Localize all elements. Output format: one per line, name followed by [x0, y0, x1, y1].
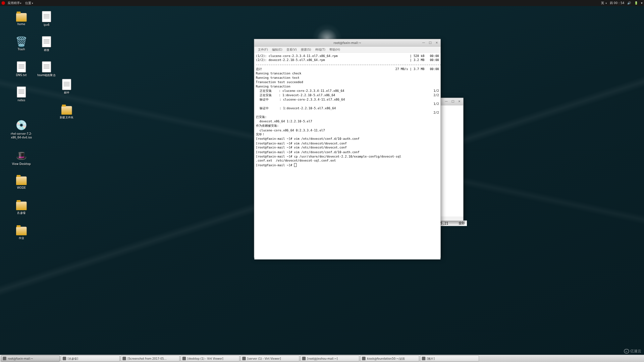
task-kiosk[interactable]: kiosk@foundation50:~/桌面 [360, 356, 419, 362]
folder-icon [16, 13, 27, 22]
task-terminal[interactable]: root@faxin-mail:~ [1, 356, 60, 362]
terminal-output[interactable]: (1/2): clucene-core-2.3.3.4-11.el7.x86_6… [254, 53, 440, 260]
menu-编辑(E)[interactable]: 编辑(E) [270, 47, 284, 52]
task-virt2[interactable]: [server (1) - Virt Viewer] [240, 356, 300, 362]
desktop-icon-dns[interactable]: DNS.txt [10, 61, 33, 77]
terminal-window[interactable]: root@faxin-mail:~ — □ × 文件(F)编辑(E)查看(V)搜… [254, 39, 441, 258]
volume-icon[interactable]: 🔊 [627, 1, 631, 5]
task-virt1[interactable]: [desktop (1) - Virt Viewer] [181, 356, 240, 362]
file-icon [42, 61, 51, 72]
icon-label: DNS.txt [10, 73, 33, 77]
desktop-icon-notes[interactable]: notes [10, 86, 33, 102]
vim-percent: 全部 [459, 221, 465, 226]
disc-icon: 💿 [15, 119, 28, 131]
folder-icon [61, 106, 72, 115]
minimize-button[interactable]: — [421, 40, 426, 45]
clock[interactable]: 四 00 : 54 [610, 1, 625, 5]
redhat-logo-icon [2, 1, 5, 5]
desktop-icon-bridge[interactable]: 桥接 [35, 36, 58, 52]
task-icon [362, 357, 366, 360]
terminal-menubar: 文件(F)编辑(E)查看(V)搜索(S)终端(T)帮助(H) [254, 47, 440, 53]
icon-label: 邮件 [55, 91, 78, 95]
icon-label: ipv6 [35, 23, 58, 27]
task-icon [3, 357, 6, 360]
desktop-icon-viewdesktop[interactable]: 🎩View Desktop [10, 149, 33, 166]
places-menu[interactable]: 位置▾ [24, 1, 35, 5]
desktop-icon-newfolder[interactable]: 新建文件夹 [55, 104, 78, 119]
bottom-panel: root@faxin-mail:~[吕彦儒][Screenshot from 2… [0, 355, 644, 362]
task-gedit[interactable]: [吕彦儒] [61, 356, 120, 362]
task-label: [Screenshot from 2017-05… [127, 357, 167, 360]
top-panel: 应用程序▾ 位置▾ 英 ▾ 四 00 : 54 🔊 🔋 ▾ [0, 0, 644, 6]
icon-label: rhel-server-7.2-x86_64-dvd.iso [10, 132, 33, 139]
task-icon [302, 357, 306, 360]
folder-icon [16, 202, 27, 210]
menu-终端(T)[interactable]: 终端(T) [314, 47, 327, 52]
terminal-titlebar[interactable]: root@faxin-mail:~ — □ × [254, 39, 440, 47]
desktop-icon-iso[interactable]: 💿rhel-server-7.2-x86_64-dvd.iso [10, 119, 33, 139]
task-label: [desktop (1) - Virt Viewer] [187, 357, 223, 360]
maximize-button[interactable]: □ [428, 40, 433, 45]
icon-label: home [10, 23, 33, 26]
task-label: [root@jieshou-mail:~] [307, 357, 338, 360]
desktop-icon-wode[interactable]: WODE [10, 175, 33, 190]
file-icon [42, 11, 51, 22]
redhat-icon: 🎩 [15, 149, 28, 162]
task-label: [吕彦儒] [68, 357, 78, 360]
folder-icon [16, 177, 27, 185]
desktop-icon-home[interactable]: home [10, 11, 33, 26]
applications-menu[interactable]: 应用程序▾ [6, 1, 23, 5]
close-button[interactable]: × [457, 99, 462, 104]
terminal-cursor [294, 163, 297, 167]
desktop-icon-team[interactable]: team链路聚合 [35, 61, 58, 77]
desktop-icon-lvyanru[interactable]: 吕彦儒 [10, 200, 33, 215]
icon-label: View Desktop [10, 163, 33, 166]
battery-icon[interactable]: 🔋 [634, 1, 638, 5]
file-icon [42, 36, 51, 47]
desktop-icon-mail[interactable]: 邮件 [55, 79, 78, 95]
ime-indicator[interactable]: 英 ▾ [601, 1, 607, 5]
user-menu-arrow-icon[interactable]: ▾ [641, 1, 643, 5]
icon-label: 作业 [10, 236, 33, 240]
task-icon [242, 357, 246, 360]
folder-icon [16, 227, 27, 236]
window-title: root@faxin-mail:~ [334, 41, 361, 45]
icon-label: Trash [10, 48, 33, 52]
file-icon [62, 79, 71, 90]
task-pictures[interactable]: [图片] [420, 356, 479, 362]
task-jieshou[interactable]: [root@jieshou-mail:~] [301, 356, 360, 362]
task-label: [server (1) - Virt Viewer] [247, 357, 281, 360]
icon-label: WODE [10, 186, 33, 190]
task-label: [图片] [427, 357, 435, 360]
task-icon [422, 357, 426, 360]
icon-label: team链路聚合 [35, 73, 58, 77]
file-icon [17, 86, 26, 98]
icon-label: notes [10, 99, 33, 102]
task-icon [122, 357, 126, 360]
maximize-button[interactable]: □ [450, 99, 455, 104]
trash-icon: 🗑️ [17, 36, 26, 47]
task-label: kiosk@foundation50:~/桌面 [367, 357, 405, 360]
minimize-button[interactable]: — [444, 99, 449, 104]
task-screenshot[interactable]: [Screenshot from 2017-05… [121, 356, 180, 362]
menu-帮助(H)[interactable]: 帮助(H) [328, 47, 342, 52]
menu-文件(F)[interactable]: 文件(F) [256, 47, 269, 52]
task-icon [63, 357, 66, 360]
desktop-icon-homework[interactable]: 作业 [10, 225, 33, 240]
icon-label: 新建文件夹 [55, 116, 78, 119]
menu-搜索(S)[interactable]: 搜索(S) [299, 47, 313, 52]
task-label: root@faxin-mail:~ [8, 357, 33, 360]
file-icon [17, 61, 26, 72]
desktop-icon-trash[interactable]: 🗑️Trash [10, 36, 33, 51]
watermark: ∞亿速云 [624, 349, 641, 354]
menu-查看(V)[interactable]: 查看(V) [285, 47, 298, 52]
desktop-icon-ipv6[interactable]: ipv6 [35, 11, 58, 27]
close-button[interactable]: × [434, 40, 439, 45]
task-icon [182, 357, 186, 360]
icon-label: 桥接 [35, 48, 58, 52]
icon-label: 吕彦儒 [10, 211, 33, 215]
